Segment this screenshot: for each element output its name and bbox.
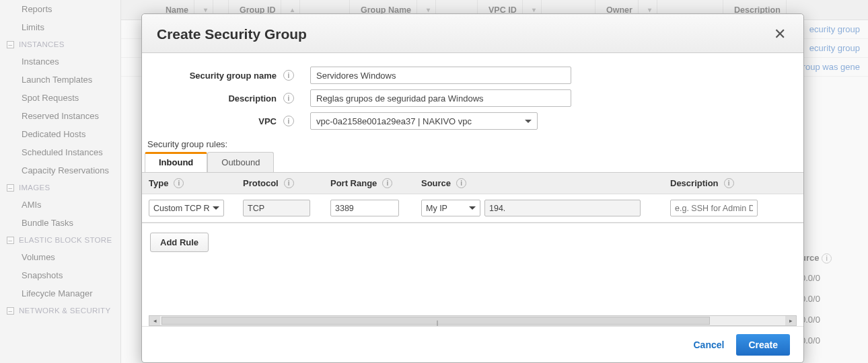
rule-source-value-input: 194. <box>484 200 641 216</box>
tab-outbound[interactable]: Outbound <box>207 152 274 172</box>
info-icon[interactable]: i <box>284 178 294 188</box>
rule-type-select[interactable]: Custom TCP R <box>149 200 224 216</box>
modal-title: Create Security Group <box>157 26 307 42</box>
label-sg-description: Description <box>155 93 283 104</box>
modal-header: Create Security Group ✕ <box>142 14 803 53</box>
info-icon[interactable]: i <box>283 116 294 126</box>
modal-footer: Cancel Create <box>142 326 803 362</box>
rules-label: Security group rules: <box>142 132 803 152</box>
label-sg-name: Security group name <box>155 71 283 81</box>
info-icon[interactable]: i <box>283 70 294 81</box>
chevron-down-icon <box>469 206 476 210</box>
rules-table: Typei Protocoli Port Rangei Sourcei Desc… <box>142 172 803 223</box>
scroll-right-icon[interactable]: ▸ <box>785 316 796 325</box>
chevron-down-icon <box>213 206 219 210</box>
vpc-select[interactable]: vpc-0a2158e001a29ea37 | NAKIVO vpc <box>310 112 538 130</box>
horizontal-scrollbar[interactable]: ◂ ∥ ▸ <box>149 315 797 326</box>
rule-row: Custom TCP R TCP My IP 194. <box>142 194 803 223</box>
scroll-left-icon[interactable]: ◂ <box>149 316 160 325</box>
cancel-button[interactable]: Cancel <box>693 339 724 350</box>
scroll-thumb[interactable]: ∥ <box>161 317 710 325</box>
rule-port-input[interactable] <box>330 200 399 216</box>
col-protocol: Protocoli <box>236 173 324 194</box>
security-group-description-input[interactable] <box>310 89 571 107</box>
col-port-range: Port Rangei <box>324 173 414 194</box>
col-source: Sourcei <box>414 173 663 194</box>
tab-inbound[interactable]: Inbound <box>145 152 207 172</box>
close-icon[interactable]: ✕ <box>771 26 789 43</box>
add-rule-button[interactable]: Add Rule <box>150 233 209 252</box>
rule-description-input[interactable] <box>670 200 758 216</box>
chevron-down-icon <box>525 120 532 123</box>
create-security-group-modal: Create Security Group ✕ Security group n… <box>141 13 804 363</box>
rule-protocol-input: TCP <box>243 200 310 216</box>
label-vpc: VPC <box>155 116 283 126</box>
info-icon[interactable]: i <box>456 178 466 188</box>
col-rule-description: Descriptioni <box>663 173 803 194</box>
info-icon[interactable]: i <box>724 178 734 188</box>
info-icon[interactable]: i <box>283 93 294 104</box>
security-group-name-input[interactable] <box>310 67 571 84</box>
info-icon[interactable]: i <box>174 178 184 188</box>
col-type: Typei <box>142 173 236 194</box>
info-icon[interactable]: i <box>382 178 392 188</box>
rules-tabs: Inbound Outbound <box>142 152 803 172</box>
rule-source-mode-select[interactable]: My IP <box>421 200 480 216</box>
create-button[interactable]: Create <box>736 334 790 356</box>
modal-body: Security group name i Description i VPC … <box>142 53 803 326</box>
